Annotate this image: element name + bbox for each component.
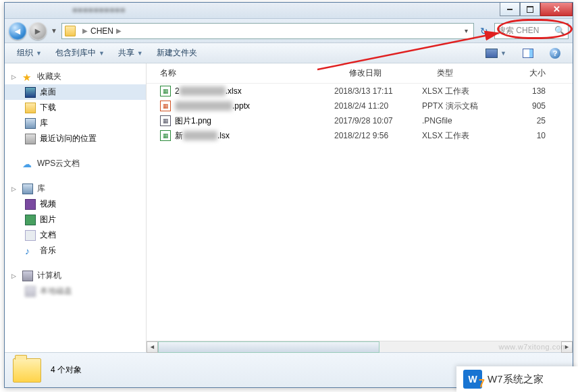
- navbar: ◄ ► ▼ ▶ CHEN ▶ ▾ ↻ 搜索 CHEN 🔍: [5, 19, 573, 43]
- forward-button[interactable]: ►: [29, 22, 47, 40]
- close-icon: ✕: [553, 4, 560, 14]
- sidebar-item-recent[interactable]: 最近访问的位置: [5, 131, 146, 146]
- col-type[interactable]: 类型: [437, 67, 521, 79]
- file-date: 2018/2/4 11:20: [334, 101, 422, 111]
- preview-pane-icon: [523, 49, 533, 58]
- watermark: www.w7xitong.com: [498, 343, 567, 351]
- file-type: .PNGfile: [422, 116, 506, 125]
- sidebar-item-label: 视频: [40, 198, 56, 210]
- file-name: 新██████.lsx: [175, 130, 230, 142]
- table-row[interactable]: ▦图片1.png2017/9/28 10:07.PNGfile25: [147, 113, 573, 128]
- table-row[interactable]: ▦██████████.pptx2018/2/4 11:20PPTX 演示文稿9…: [147, 99, 573, 113]
- image-icon: [25, 215, 36, 225]
- file-type: PPTX 演示文稿: [422, 101, 506, 112]
- computer-icon: [22, 271, 33, 281]
- organize-button[interactable]: 组织▼: [11, 45, 47, 61]
- view-icon: [485, 49, 498, 58]
- expand-icon: ▷: [11, 273, 18, 279]
- music-icon: ♪: [25, 246, 36, 256]
- sidebar-item-label: 计算机: [37, 270, 61, 281]
- document-icon: [25, 230, 36, 241]
- file-type: XLSX 工作表: [422, 130, 506, 142]
- logo-text: W7系统之家: [488, 373, 544, 386]
- library-icon: [25, 118, 36, 129]
- sidebar-item-label: 收藏夹: [37, 71, 61, 82]
- chevron-down-icon: ▼: [99, 50, 105, 57]
- sidebar-item-label: 文档: [40, 229, 56, 241]
- sidebar-item-label: 本地磁盘: [40, 285, 72, 297]
- sidebar-item-localdisk[interactable]: 本地磁盘: [5, 283, 146, 299]
- sidebar-item-downloads[interactable]: 下载: [5, 100, 146, 115]
- sidebar-item-label: 音乐: [40, 245, 56, 256]
- sidebar-library[interactable]: ▷库: [5, 181, 146, 196]
- scroll-left-button[interactable]: ◄: [147, 341, 158, 353]
- file-size: 138: [506, 86, 566, 96]
- sidebar-item-label: 图片: [40, 214, 56, 225]
- file-icon: ▦: [160, 115, 171, 126]
- chevron-down-icon: ▼: [36, 50, 42, 57]
- sidebar-favorites[interactable]: ▷★收藏夹: [5, 69, 146, 84]
- sidebar-item-video[interactable]: 视频: [5, 196, 146, 212]
- file-name: ██████████.pptx: [175, 101, 250, 111]
- sidebar-item-image[interactable]: 图片: [5, 212, 146, 227]
- file-size: 25: [506, 116, 566, 125]
- sidebar-item-label: WPS云文档: [37, 158, 80, 169]
- breadcrumb-sep-icon: ▶: [82, 27, 88, 34]
- file-name: 2████████.xlsx: [175, 86, 242, 96]
- close-button[interactable]: ✕: [540, 3, 573, 16]
- sidebar-computer[interactable]: ▷计算机: [5, 268, 146, 283]
- col-name[interactable]: 名称: [160, 67, 349, 79]
- refresh-button[interactable]: ↻: [477, 24, 492, 38]
- minimize-button[interactable]: [500, 3, 520, 16]
- sidebar-item-label: 桌面: [40, 86, 56, 98]
- explorer-window: ■■■■■■■■■■ ✕ ◄ ► ▼ ▶ CHEN ▶ ▾ ↻ 搜索 CHEN …: [4, 2, 573, 388]
- recent-icon: [25, 134, 36, 144]
- include-in-library-button[interactable]: 包含到库中▼: [50, 45, 110, 61]
- sidebar-item-music[interactable]: ♪音乐: [5, 243, 146, 258]
- address-dropdown-icon[interactable]: ▾: [462, 27, 471, 34]
- col-date[interactable]: 修改日期: [349, 67, 437, 79]
- sidebar-item-label: 最近访问的位置: [40, 133, 97, 144]
- scroll-thumb[interactable]: [158, 341, 379, 353]
- help-icon: ?: [550, 48, 560, 59]
- col-size[interactable]: 大小: [521, 67, 566, 79]
- file-type: XLSX 工作表: [422, 86, 506, 97]
- download-icon: [25, 103, 36, 113]
- toolbar-right: ▼ ?: [480, 46, 566, 61]
- expand-icon: ▷: [11, 74, 18, 80]
- search-input[interactable]: 搜索 CHEN 🔍: [494, 23, 569, 39]
- sidebar-item-desktop[interactable]: 桌面: [5, 84, 146, 100]
- newfolder-label: 新建文件夹: [157, 47, 197, 59]
- include-label: 包含到库中: [55, 47, 96, 59]
- table-row[interactable]: ▦新██████.lsx2018/2/12 9:56XLSX 工作表10: [147, 128, 573, 143]
- table-row[interactable]: ▦2████████.xlsx2018/3/13 17:11XLSX 工作表13…: [147, 84, 573, 99]
- help-button[interactable]: ?: [544, 46, 566, 61]
- file-size: 905: [506, 101, 566, 111]
- back-button[interactable]: ◄: [9, 22, 26, 40]
- body: ▷★收藏夹 桌面 下载 库 最近访问的位置 ☁WPS云文档 ▷库 视频 图片 文…: [5, 63, 573, 352]
- sidebar-item-document[interactable]: 文档: [5, 227, 146, 243]
- cloud-icon: ☁: [22, 159, 33, 169]
- history-dropdown[interactable]: ▼: [49, 22, 59, 40]
- sidebar-wps-cloud[interactable]: ☁WPS云文档: [5, 156, 146, 171]
- search-placeholder: 搜索 CHEN: [498, 25, 539, 36]
- window-controls: ✕: [500, 3, 573, 16]
- preview-pane-button[interactable]: [517, 47, 539, 60]
- folder-icon: [13, 358, 41, 383]
- file-pane: 名称 修改日期 类型 大小 ▦2████████.xlsx2018/3/13 1…: [147, 63, 573, 352]
- share-button[interactable]: 共享▼: [113, 45, 149, 61]
- titlebar[interactable]: ■■■■■■■■■■ ✕: [5, 3, 573, 19]
- new-folder-button[interactable]: 新建文件夹: [151, 45, 203, 61]
- address-bar[interactable]: ▶ CHEN ▶ ▾: [61, 23, 474, 39]
- maximize-button[interactable]: [520, 3, 540, 16]
- file-size: 10: [506, 131, 566, 140]
- file-date: 2018/2/12 9:56: [334, 131, 422, 140]
- file-date: 2017/9/28 10:07: [334, 116, 422, 125]
- toolbar: 组织▼ 包含到库中▼ 共享▼ 新建文件夹 ▼ ?: [5, 43, 573, 63]
- star-icon: ★: [22, 72, 33, 82]
- file-name: 图片1.png: [175, 115, 211, 127]
- view-mode-button[interactable]: ▼: [480, 47, 512, 60]
- file-list: ▦2████████.xlsx2018/3/13 17:11XLSX 工作表13…: [147, 84, 573, 341]
- sidebar-item-label: 库: [37, 183, 45, 194]
- sidebar-item-library[interactable]: 库: [5, 115, 146, 131]
